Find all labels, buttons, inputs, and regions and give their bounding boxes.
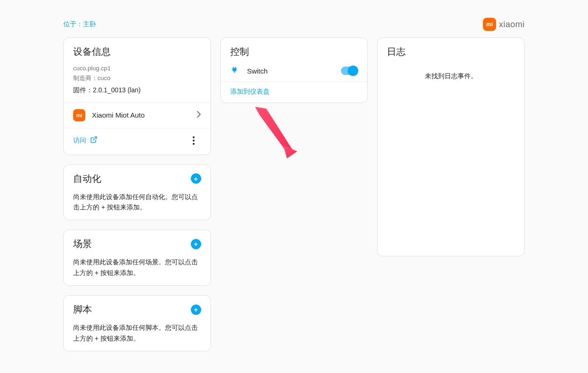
scene-card: 场景 + 尚未使用此设备添加任何场景。您可以点击上方的 + 按钮来添加。 <box>63 230 211 286</box>
firmware-value: 2.0.1_0013 (lan) <box>93 86 141 94</box>
automation-card: 自动化 + 尚未使用此设备添加任何自动化。您可以点击上方的 + 按钮来添加。 <box>63 164 211 221</box>
add-automation-button[interactable]: + <box>191 173 201 184</box>
manufacturer-label: 制造商： <box>73 75 98 82</box>
manufacturer-value: cuco <box>98 75 110 82</box>
switch-toggle[interactable] <box>341 67 358 75</box>
add-script-button[interactable]: + <box>191 305 201 315</box>
log-title: 日志 <box>387 45 515 58</box>
script-card: 脚本 + 尚未使用此设备添加任何脚本。您可以点击上方的 + 按钮来添加。 <box>63 295 211 351</box>
control-card: 控制 Switch 添加到仪表盘 <box>220 37 368 103</box>
open-external-icon <box>90 136 98 145</box>
location-link[interactable]: 位于：主卧 <box>63 20 96 29</box>
power-plug-icon <box>230 66 239 76</box>
svg-point-1 <box>193 136 195 138</box>
xiaomi-brand-text: xiaomi <box>499 20 525 30</box>
automation-desc: 尚未使用此设备添加任何自动化。您可以点击上方的 + 按钮来添加。 <box>73 192 201 213</box>
add-to-dashboard-link[interactable]: 添加到仪表盘 <box>221 82 368 103</box>
firmware-label: 固件： <box>73 86 93 94</box>
svg-line-0 <box>93 137 97 140</box>
location-prefix: 位于： <box>63 20 83 28</box>
visit-label: 访问 <box>73 136 86 145</box>
chevron-right-icon <box>196 111 201 119</box>
device-info-title: 设备信息 <box>73 45 201 58</box>
scene-desc: 尚未使用此设备添加任何场景。您可以点击上方的 + 按钮来添加。 <box>73 257 201 278</box>
xiaomi-brand: mi xiaomi <box>483 18 525 31</box>
automation-title: 自动化 <box>73 172 101 185</box>
more-options-button[interactable] <box>186 133 201 148</box>
control-title: 控制 <box>230 45 358 58</box>
integration-name: Xiaomi Miot Auto <box>92 111 190 119</box>
dots-vertical-icon <box>193 136 195 145</box>
device-info-card: 设备信息 cuco.plug.cp1 制造商：cuco 固件：2.0.1_001… <box>63 37 211 155</box>
xiaomi-logo-icon: mi <box>483 18 496 31</box>
svg-point-2 <box>193 140 195 142</box>
log-empty-text: 未找到日志事件。 <box>387 72 515 81</box>
scene-title: 场景 <box>73 238 92 250</box>
xiaomi-integration-icon: mi <box>73 109 85 121</box>
svg-point-3 <box>193 143 195 145</box>
visit-link[interactable]: 访问 <box>73 136 98 145</box>
switch-label: Switch <box>247 67 333 75</box>
script-title: 脚本 <box>73 303 92 316</box>
device-model: cuco.plug.cp1 <box>73 64 201 74</box>
location-room: 主卧 <box>83 20 96 28</box>
script-desc: 尚未使用此设备添加任何脚本。您可以点击上方的 + 按钮来添加。 <box>73 322 201 343</box>
switch-row[interactable]: Switch <box>221 60 368 82</box>
integration-row[interactable]: mi Xiaomi Miot Auto <box>64 103 211 128</box>
add-scene-button[interactable]: + <box>191 239 201 249</box>
log-card: 日志 未找到日志事件。 <box>377 37 525 256</box>
